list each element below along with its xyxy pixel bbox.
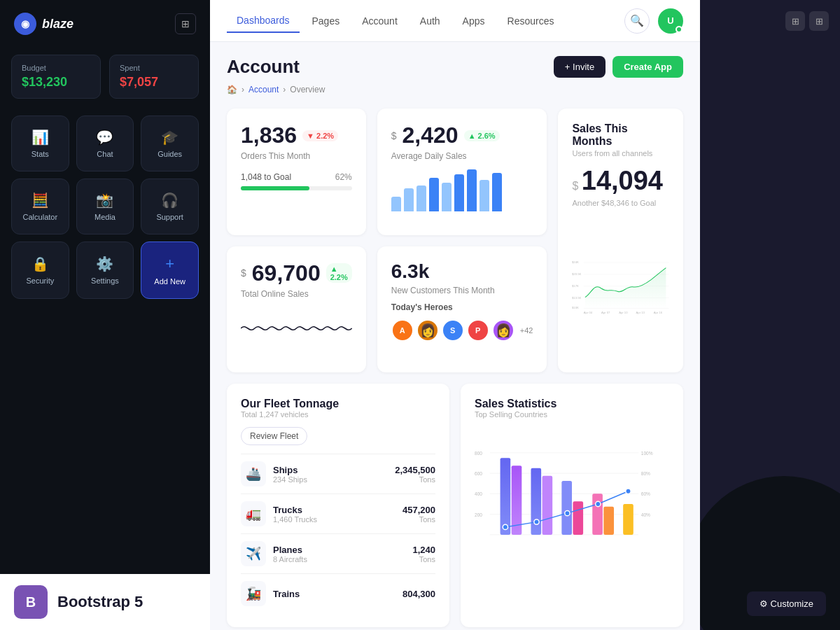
chat-icon: 💬 <box>96 129 113 146</box>
page-actions: + Invite Create App <box>554 56 683 78</box>
svg-text:$20.5K: $20.5K <box>572 272 581 276</box>
breadcrumb: 🏠 › Account › Overview <box>227 85 683 94</box>
sidebar-item-security[interactable]: 🔒 Security <box>11 241 69 299</box>
orders-progress-bar <box>241 186 352 190</box>
stats-icon: 📊 <box>31 129 49 146</box>
sidebar-item-support[interactable]: 🎧 Support <box>141 178 199 234</box>
heroes-title: Today's Heroes <box>391 302 533 312</box>
sales-big-currency: $ <box>572 180 578 192</box>
sidebar-item-chat[interactable]: 💬 Chat <box>76 115 134 172</box>
customers-number: 6.3k <box>391 260 533 283</box>
sales-stats-subtitle: Top Selling Countries <box>475 410 669 419</box>
squiggle-chart <box>241 307 352 349</box>
fleet-title: Our Fleet Tonnage <box>241 398 435 410</box>
settings-label: Settings <box>91 276 119 285</box>
stats-label: Stats <box>31 150 49 158</box>
menu-toggle-button[interactable]: ⊞ <box>175 13 196 34</box>
bar-4 <box>429 178 439 211</box>
sidebar-item-calculator[interactable]: 🧮 Calculator <box>11 178 69 234</box>
planes-count: 8 Aircrafts <box>273 555 307 564</box>
daily-sales-badge: ▲ 2.6% <box>464 130 500 141</box>
trains-value: 804,300 <box>402 589 435 599</box>
media-icon: 📸 <box>96 192 113 209</box>
svg-text:Apr 04: Apr 04 <box>584 311 593 314</box>
panel-icon-2[interactable]: ⊞ <box>809 11 829 31</box>
planes-value: 1,240 Tons <box>412 545 435 564</box>
guides-label: Guides <box>158 150 182 158</box>
right-panel-inner: ⊞ ⊞ <box>700 0 840 48</box>
planes-info: Planes 8 Aircrafts <box>273 545 307 564</box>
search-icon: 🔍 <box>630 14 644 27</box>
svg-text:40%: 40% <box>641 512 650 517</box>
trains-number: 804,300 <box>402 589 435 599</box>
tab-apps[interactable]: Apps <box>453 10 495 32</box>
panel-icon-1[interactable]: ⊞ <box>785 11 805 31</box>
breadcrumb-account-link[interactable]: Account <box>248 85 279 94</box>
svg-text:$13.5K: $13.5K <box>572 296 581 300</box>
trucks-unit: Tons <box>402 515 435 524</box>
tab-pages[interactable]: Pages <box>302 10 350 32</box>
tab-auth[interactable]: Auth <box>410 10 450 32</box>
ships-name: Ships <box>273 465 307 475</box>
main-content: Dashboards Pages Account Auth Apps Resou… <box>210 0 700 630</box>
planes-icon: ✈️ <box>241 541 266 566</box>
fleet-card: Our Fleet Tonnage Total 1,247 vehicles R… <box>227 384 449 627</box>
heroes-count: +42 <box>520 326 533 335</box>
svg-rect-32 <box>623 504 634 535</box>
daily-sales-currency: $ <box>391 130 397 141</box>
topnav-right: 🔍 U <box>624 8 683 34</box>
online-sales-card: $ 69,700 ▲ 2.2% Total Online Sales <box>227 246 366 373</box>
ships-value: 2,345,500 Tons <box>395 465 435 484</box>
svg-rect-30 <box>592 493 603 535</box>
review-fleet-button[interactable]: Review Fleet <box>241 427 307 445</box>
trucks-name: Trucks <box>273 505 317 515</box>
sidebar-item-add-new[interactable]: + Add New <box>141 241 199 299</box>
topnav: Dashboards Pages Account Auth Apps Resou… <box>210 0 700 42</box>
create-app-button[interactable]: Create App <box>612 56 683 78</box>
daily-sales-label: Average Daily Sales <box>391 151 533 161</box>
svg-text:$24K: $24K <box>572 260 579 264</box>
page-title: Account <box>227 56 300 78</box>
budget-card: Budget $13,230 <box>11 55 101 99</box>
bar-7 <box>467 169 477 211</box>
orders-progress-text: 1,048 to Goal <box>241 172 291 182</box>
sales-month-subtitle: Users from all channels <box>572 149 669 158</box>
trains-info: Trains <box>273 589 300 599</box>
svg-text:Apr 13: Apr 13 <box>636 311 645 314</box>
heroes-row: A 👩 S P 👩 +42 <box>391 319 533 342</box>
tab-account[interactable]: Account <box>352 10 407 32</box>
bar-9 <box>492 173 502 211</box>
tab-dashboards[interactable]: Dashboards <box>227 9 300 33</box>
daily-sales-chart <box>391 169 533 211</box>
budget-label: Budget <box>22 64 90 72</box>
sales-stats-chart-svg: 800 600 400 200 <box>475 427 669 581</box>
ships-count: 234 Ships <box>273 475 307 484</box>
hero-4: P <box>467 319 489 342</box>
invite-button[interactable]: + Invite <box>554 56 606 78</box>
bar-8 <box>479 180 489 211</box>
svg-text:800: 800 <box>475 451 482 456</box>
tab-resources[interactable]: Resources <box>498 10 564 32</box>
search-button[interactable]: 🔍 <box>624 8 650 34</box>
sidebar-item-guides[interactable]: 🎓 Guides <box>141 115 199 172</box>
svg-text:80%: 80% <box>641 471 650 476</box>
svg-text:100%: 100% <box>641 451 653 456</box>
bar-6 <box>454 174 464 211</box>
sidebar-item-media[interactable]: 📸 Media <box>76 178 134 234</box>
right-panel: ⊞ ⊞ <box>700 0 840 630</box>
budget-row: Budget $13,230 Spent $7,057 <box>0 48 210 110</box>
support-label: Support <box>156 213 183 221</box>
user-avatar[interactable]: U <box>658 8 683 34</box>
customize-button[interactable]: ⚙ Customize <box>747 592 826 616</box>
sales-month-title: Sales This Months <box>572 122 669 148</box>
sidebar-item-settings[interactable]: ⚙️ Settings <box>76 241 134 299</box>
online-dot <box>676 26 682 33</box>
sales-stats-title: Sales Statistics <box>475 398 669 410</box>
add-new-icon: + <box>165 255 174 273</box>
calculator-icon: 🧮 <box>31 192 49 209</box>
planes-unit: Tons <box>412 555 435 564</box>
panel-icon-row: ⊞ ⊞ <box>711 11 829 31</box>
fleet-row-trucks: 🚛 Trucks 1,460 Trucks 457,200 Tons <box>241 493 435 533</box>
svg-rect-31 <box>603 507 614 535</box>
sidebar-item-stats[interactable]: 📊 Stats <box>11 115 69 172</box>
